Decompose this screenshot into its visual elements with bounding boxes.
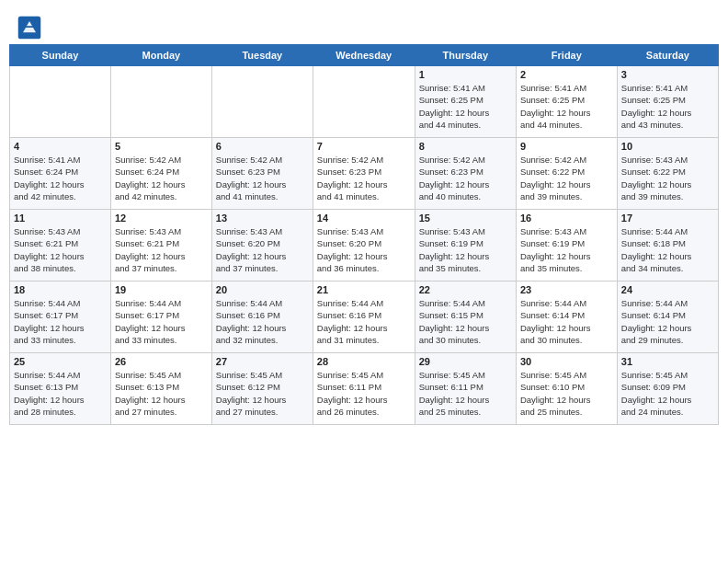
day-number: 30 xyxy=(520,356,613,367)
calendar-week-1: 1Sunrise: 5:41 AMSunset: 6:25 PMDaylight… xyxy=(10,66,719,138)
day-number: 6 xyxy=(216,141,309,152)
calendar-cell: 4Sunrise: 5:41 AMSunset: 6:24 PMDaylight… xyxy=(10,138,111,210)
day-number: 22 xyxy=(419,284,512,295)
day-info: Sunrise: 5:41 AMSunset: 6:25 PMDaylight:… xyxy=(419,82,512,131)
day-info: Sunrise: 5:43 AMSunset: 6:21 PMDaylight:… xyxy=(14,225,107,274)
calendar-cell: 20Sunrise: 5:44 AMSunset: 6:16 PMDayligh… xyxy=(211,282,313,353)
calendar-cell: 13Sunrise: 5:43 AMSunset: 6:20 PMDayligh… xyxy=(211,210,313,282)
day-number: 27 xyxy=(216,356,309,367)
svg-rect-2 xyxy=(25,26,35,28)
calendar-cell: 14Sunrise: 5:43 AMSunset: 6:20 PMDayligh… xyxy=(313,210,415,282)
page-header xyxy=(9,9,719,40)
day-number: 18 xyxy=(14,284,107,295)
weekday-header-row: SundayMondayTuesdayWednesdayThursdayFrid… xyxy=(10,45,719,66)
weekday-header-sunday: Sunday xyxy=(10,45,111,66)
calendar-cell: 17Sunrise: 5:44 AMSunset: 6:18 PMDayligh… xyxy=(617,210,718,282)
day-info: Sunrise: 5:44 AMSunset: 6:14 PMDaylight:… xyxy=(621,297,714,346)
day-info: Sunrise: 5:41 AMSunset: 6:24 PMDaylight:… xyxy=(14,154,107,202)
day-number: 29 xyxy=(419,356,512,367)
day-info: Sunrise: 5:45 AMSunset: 6:10 PMDaylight:… xyxy=(520,369,613,418)
day-number: 10 xyxy=(621,141,714,152)
day-number: 2 xyxy=(520,69,613,80)
calendar-cell: 22Sunrise: 5:44 AMSunset: 6:15 PMDayligh… xyxy=(415,282,516,353)
logo xyxy=(17,15,46,40)
calendar-cell: 2Sunrise: 5:41 AMSunset: 6:25 PMDaylight… xyxy=(516,66,617,138)
day-info: Sunrise: 5:44 AMSunset: 6:17 PMDaylight:… xyxy=(14,297,107,346)
calendar-cell: 21Sunrise: 5:44 AMSunset: 6:16 PMDayligh… xyxy=(313,282,415,353)
day-info: Sunrise: 5:44 AMSunset: 6:13 PMDaylight:… xyxy=(14,369,107,418)
calendar-cell: 11Sunrise: 5:43 AMSunset: 6:21 PMDayligh… xyxy=(10,210,111,282)
day-info: Sunrise: 5:42 AMSunset: 6:23 PMDaylight:… xyxy=(419,154,512,202)
calendar-table: SundayMondayTuesdayWednesdayThursdayFrid… xyxy=(9,44,719,425)
day-number: 21 xyxy=(317,284,411,295)
calendar-cell: 16Sunrise: 5:43 AMSunset: 6:19 PMDayligh… xyxy=(516,210,617,282)
calendar-cell: 15Sunrise: 5:43 AMSunset: 6:19 PMDayligh… xyxy=(415,210,516,282)
calendar-week-2: 4Sunrise: 5:41 AMSunset: 6:24 PMDaylight… xyxy=(10,138,719,210)
day-number: 1 xyxy=(419,69,512,80)
day-info: Sunrise: 5:44 AMSunset: 6:17 PMDaylight:… xyxy=(115,297,208,346)
day-number: 25 xyxy=(14,356,107,367)
logo-icon xyxy=(17,15,42,40)
day-info: Sunrise: 5:44 AMSunset: 6:16 PMDaylight:… xyxy=(216,297,309,346)
calendar-cell xyxy=(313,66,415,138)
day-info: Sunrise: 5:45 AMSunset: 6:13 PMDaylight:… xyxy=(115,369,208,418)
weekday-header-thursday: Thursday xyxy=(415,45,516,66)
calendar-cell: 1Sunrise: 5:41 AMSunset: 6:25 PMDaylight… xyxy=(415,66,516,138)
calendar-cell: 9Sunrise: 5:42 AMSunset: 6:22 PMDaylight… xyxy=(516,138,617,210)
calendar-cell: 26Sunrise: 5:45 AMSunset: 6:13 PMDayligh… xyxy=(110,353,211,425)
day-number: 16 xyxy=(520,213,613,224)
day-info: Sunrise: 5:45 AMSunset: 6:11 PMDaylight:… xyxy=(317,369,411,418)
day-number: 24 xyxy=(621,284,714,295)
day-number: 26 xyxy=(115,356,208,367)
calendar-cell: 5Sunrise: 5:42 AMSunset: 6:24 PMDaylight… xyxy=(110,138,211,210)
calendar-cell: 10Sunrise: 5:43 AMSunset: 6:22 PMDayligh… xyxy=(617,138,718,210)
calendar-cell: 29Sunrise: 5:45 AMSunset: 6:11 PMDayligh… xyxy=(415,353,516,425)
day-number: 7 xyxy=(317,141,411,152)
day-number: 3 xyxy=(621,69,714,80)
calendar-cell: 28Sunrise: 5:45 AMSunset: 6:11 PMDayligh… xyxy=(313,353,415,425)
calendar-cell: 23Sunrise: 5:44 AMSunset: 6:14 PMDayligh… xyxy=(516,282,617,353)
day-number: 23 xyxy=(520,284,613,295)
day-number: 9 xyxy=(520,141,613,152)
calendar-week-4: 18Sunrise: 5:44 AMSunset: 6:17 PMDayligh… xyxy=(10,282,719,353)
calendar-cell xyxy=(110,66,211,138)
weekday-header-tuesday: Tuesday xyxy=(211,45,313,66)
calendar-cell xyxy=(10,66,111,138)
day-info: Sunrise: 5:42 AMSunset: 6:24 PMDaylight:… xyxy=(115,154,208,202)
calendar-cell: 6Sunrise: 5:42 AMSunset: 6:23 PMDaylight… xyxy=(211,138,313,210)
calendar-week-3: 11Sunrise: 5:43 AMSunset: 6:21 PMDayligh… xyxy=(10,210,719,282)
day-number: 12 xyxy=(115,213,208,224)
day-number: 28 xyxy=(317,356,411,367)
calendar-cell: 24Sunrise: 5:44 AMSunset: 6:14 PMDayligh… xyxy=(617,282,718,353)
day-info: Sunrise: 5:41 AMSunset: 6:25 PMDaylight:… xyxy=(520,82,613,131)
calendar-body: 1Sunrise: 5:41 AMSunset: 6:25 PMDaylight… xyxy=(10,66,719,425)
day-info: Sunrise: 5:43 AMSunset: 6:22 PMDaylight:… xyxy=(621,154,714,202)
day-info: Sunrise: 5:44 AMSunset: 6:14 PMDaylight:… xyxy=(520,297,613,346)
day-number: 31 xyxy=(621,356,714,367)
day-number: 13 xyxy=(216,213,309,224)
day-number: 5 xyxy=(115,141,208,152)
day-info: Sunrise: 5:45 AMSunset: 6:09 PMDaylight:… xyxy=(621,369,714,418)
day-info: Sunrise: 5:42 AMSunset: 6:22 PMDaylight:… xyxy=(520,154,613,202)
calendar-cell: 7Sunrise: 5:42 AMSunset: 6:23 PMDaylight… xyxy=(313,138,415,210)
day-info: Sunrise: 5:44 AMSunset: 6:16 PMDaylight:… xyxy=(317,297,411,346)
calendar-week-5: 25Sunrise: 5:44 AMSunset: 6:13 PMDayligh… xyxy=(10,353,719,425)
calendar-cell: 3Sunrise: 5:41 AMSunset: 6:25 PMDaylight… xyxy=(617,66,718,138)
calendar-cell: 27Sunrise: 5:45 AMSunset: 6:12 PMDayligh… xyxy=(211,353,313,425)
calendar-cell: 31Sunrise: 5:45 AMSunset: 6:09 PMDayligh… xyxy=(617,353,718,425)
weekday-header-monday: Monday xyxy=(110,45,211,66)
day-info: Sunrise: 5:43 AMSunset: 6:21 PMDaylight:… xyxy=(115,225,208,274)
calendar-header: SundayMondayTuesdayWednesdayThursdayFrid… xyxy=(10,45,719,66)
day-info: Sunrise: 5:41 AMSunset: 6:25 PMDaylight:… xyxy=(621,82,714,131)
day-info: Sunrise: 5:45 AMSunset: 6:12 PMDaylight:… xyxy=(216,369,309,418)
day-number: 11 xyxy=(14,213,107,224)
day-number: 20 xyxy=(216,284,309,295)
weekday-header-saturday: Saturday xyxy=(617,45,718,66)
calendar-cell: 18Sunrise: 5:44 AMSunset: 6:17 PMDayligh… xyxy=(10,282,111,353)
weekday-header-friday: Friday xyxy=(516,45,617,66)
day-info: Sunrise: 5:43 AMSunset: 6:19 PMDaylight:… xyxy=(419,225,512,274)
calendar-cell: 19Sunrise: 5:44 AMSunset: 6:17 PMDayligh… xyxy=(110,282,211,353)
day-info: Sunrise: 5:45 AMSunset: 6:11 PMDaylight:… xyxy=(419,369,512,418)
day-number: 14 xyxy=(317,213,411,224)
calendar-cell: 25Sunrise: 5:44 AMSunset: 6:13 PMDayligh… xyxy=(10,353,111,425)
